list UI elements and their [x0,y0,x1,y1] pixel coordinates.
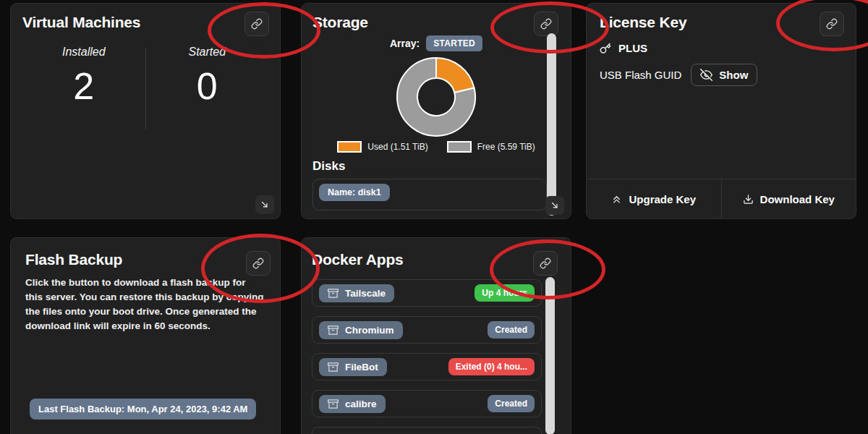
license-footer: Upgrade Key Download Key [587,179,856,218]
array-status-badge: STARTED [426,35,482,51]
flash-backup-description: Click the button to download a flash bac… [25,276,265,333]
docker-scrollbar[interactable] [545,277,555,434]
vm-installed-column: Installed 2 [22,46,145,129]
donut-chart-svg [396,56,477,137]
docker-app-row[interactable]: Tailscale Up 4 hours [312,279,542,307]
array-label: Array: [390,38,420,49]
storage-scrollbar[interactable] [547,33,556,216]
download-icon [743,194,754,205]
virtual-machines-title: Virtual Machines [22,14,268,31]
flash-backup-link-button[interactable] [246,251,271,276]
docker-app-name: FileBot [345,362,378,373]
show-guid-button[interactable]: Show [691,64,757,86]
link-icon [826,18,838,30]
dashboard: Virtual Machines Installed 2 Started 0 [0,0,868,434]
docker-app-row[interactable]: calibre Created [312,390,542,417]
link-icon [252,258,264,269]
license-key-title: License Key [600,14,856,31]
docker-app-row-partial[interactable] [312,427,542,434]
docker-app-name-pill[interactable]: FileBot [319,358,387,376]
disks-heading: Disks [312,159,571,174]
flash-backup-title: Flash Backup [25,251,265,268]
eye-off-icon [700,69,712,81]
archive-box-icon [328,362,339,373]
legend-item-free: Free (5.59 TiB) [447,141,535,153]
docker-app-status-badge: Created [488,395,535,412]
download-key-button[interactable]: Download Key [721,179,856,218]
docker-apps-card: Docker Apps Tailscale Up 4 hours C [301,237,571,434]
license-tier-row: PLUS [600,42,856,54]
docker-app-name: Tailscale [345,288,386,299]
docker-apps-link-button[interactable] [533,251,558,276]
upgrade-key-button[interactable]: Upgrade Key [587,179,721,218]
vm-started-column: Started 0 [146,46,269,129]
storage-title: Storage [312,14,571,31]
docker-app-name-pill[interactable]: Chromium [319,321,403,339]
docker-app-status-badge: Exited (0) 4 hou... [448,358,535,375]
legend-swatch-free [447,141,472,153]
docker-app-name: calibre [345,399,377,409]
docker-app-status-badge: Up 4 hours [475,284,535,302]
docker-app-name-pill[interactable]: calibre [319,395,386,413]
flash-backup-card: Flash Backup Click the button to downloa… [10,237,281,434]
arrow-down-right-icon [260,200,270,210]
disk-name-badge: Name: disk1 [319,184,390,201]
archive-box-icon [328,325,339,336]
storage-legend: Used (1.51 TiB) Free (5.59 TiB) [302,141,571,153]
docker-app-name: Chromium [345,325,394,336]
donut-used-slice [436,58,475,93]
guid-row: USB Flash GUID Show [600,64,856,86]
vm-started-count: 0 [146,67,269,105]
array-status-row: Array: STARTED [302,35,571,51]
license-key-link-button[interactable] [820,12,844,36]
storage-link-button[interactable] [534,12,558,36]
guid-label: USB Flash GUID [600,69,681,81]
storage-card: Storage Array: STARTED Used (1.51 TiB) [301,3,571,219]
upgrade-key-label: Upgrade Key [629,193,696,205]
docker-app-row[interactable]: Chromium Created [312,316,542,344]
legend-swatch-used [337,141,362,153]
vm-resize-handle[interactable] [255,195,274,214]
docker-app-name-pill[interactable]: Tailscale [319,284,394,302]
storage-donut-chart [302,56,571,137]
vm-installed-label: Installed [22,46,145,59]
virtual-machines-link-button[interactable] [244,12,269,36]
docker-apps-list: Tailscale Up 4 hours Chromium Created Fi… [312,279,571,434]
license-key-card: License Key PLUS USB Flash GUID Show [586,3,856,219]
show-guid-label: Show [719,69,748,81]
archive-box-icon [328,399,339,409]
virtual-machines-card: Virtual Machines Installed 2 Started 0 [10,3,281,219]
last-flash-backup-badge: Last Flash Backup: Mon, Apr 24, 2023, 9:… [30,399,256,420]
legend-label-used: Used (1.51 TiB) [367,142,427,152]
vm-started-label: Started [146,46,269,59]
docker-app-row[interactable]: FileBot Exited (0) 4 hou... [312,353,542,380]
link-icon [540,258,551,269]
archive-box-icon [328,288,339,299]
key-icon [600,43,611,54]
docker-apps-title: Docker Apps [312,251,571,268]
vm-stats: Installed 2 Started 0 [22,46,268,129]
link-icon [251,18,263,30]
license-tier-label: PLUS [618,42,647,54]
disk-row[interactable]: Name: disk1 [312,179,547,210]
docker-app-status-badge: Created [488,321,535,339]
link-icon [540,18,552,30]
legend-label-free: Free (5.59 TiB) [477,142,535,152]
arrow-down-right-icon [550,200,560,210]
storage-resize-handle[interactable] [545,196,564,215]
download-key-label: Download Key [760,193,835,205]
angles-up-icon [611,194,622,205]
vm-installed-count: 2 [22,67,145,105]
legend-item-used: Used (1.51 TiB) [337,141,427,153]
